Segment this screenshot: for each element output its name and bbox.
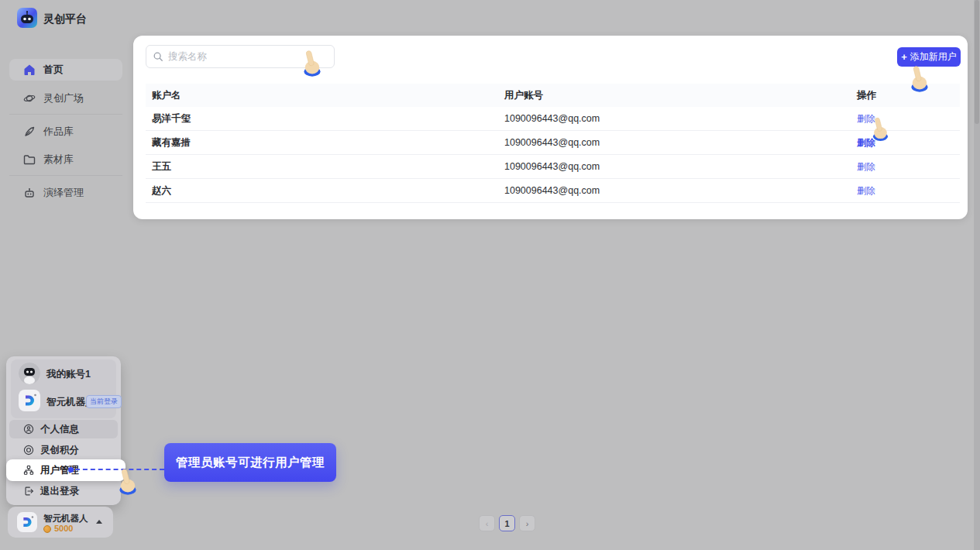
search-box [146, 45, 335, 68]
user-management-card: + 添加新用户 账户名 用户账号 操作 易洋千玺 1090096443@qq.c… [133, 36, 968, 219]
sidebar-item-assets[interactable]: 素材库 [9, 149, 122, 170]
user-account: 1090096443@qq.com [504, 161, 600, 172]
sidebar-divider [9, 175, 122, 176]
org-logo-icon [19, 390, 40, 411]
guide-anchor-dot [68, 467, 74, 473]
footer-org-name: 智元机器人 [43, 513, 88, 524]
scrollbar-thumb[interactable] [975, 0, 979, 124]
account-popup: 我的账号1 智元机器人 当前登录 个人信息 [6, 356, 121, 505]
folder-icon [23, 153, 36, 166]
column-header-account: 用户账号 [504, 89, 543, 102]
sidebar-item-label: 首页 [43, 63, 64, 77]
my-account-label[interactable]: 我的账号1 [46, 368, 91, 381]
add-user-label: 添加新用户 [910, 50, 957, 64]
app-title: 灵创平台 [43, 12, 87, 26]
user-name: 王五 [152, 160, 171, 174]
guide-tooltip: 管理员账号可进行用户管理 [164, 443, 336, 482]
guide-dashed-line [75, 469, 164, 470]
plus-icon: + [901, 52, 907, 62]
pagination: ‹ 1 › [479, 515, 535, 531]
avatar[interactable] [19, 363, 40, 384]
account-switcher[interactable]: 智元机器人 5000 [8, 507, 113, 538]
points-value: 5000 [54, 524, 73, 533]
org-logo-icon [17, 512, 37, 532]
sidebar-item-home[interactable]: 首页 [9, 59, 122, 81]
sidebar-item-plaza[interactable]: 灵创广场 [9, 88, 122, 109]
menu-item-user-management[interactable]: 用户管理 [6, 459, 126, 481]
pagination-prev-button[interactable]: ‹ [479, 515, 495, 531]
sidebar-item-label: 素材库 [43, 153, 74, 167]
delete-link[interactable]: 删除 [857, 160, 875, 174]
user-account: 1090096443@qq.com [504, 113, 600, 124]
pagination-next-button[interactable]: › [519, 515, 535, 531]
menu-item-label: 退出登录 [40, 485, 79, 498]
delete-link[interactable]: 删除 [857, 136, 875, 150]
coin-icon [43, 525, 51, 533]
person-circle-icon [23, 424, 34, 435]
menu-item-profile[interactable]: 个人信息 [9, 420, 118, 438]
current-login-badge: 当前登录 [86, 395, 122, 408]
menu-item-label: 个人信息 [40, 423, 79, 436]
user-account: 1090096443@qq.com [504, 185, 600, 196]
user-name: 藏有嘉措 [152, 136, 191, 150]
pagination-page-1-button[interactable]: 1 [499, 515, 515, 531]
menu-item-label: 灵创积分 [40, 444, 79, 457]
column-header-actions: 操作 [857, 89, 876, 102]
avatar-robot-icon [19, 363, 40, 384]
menu-item-points[interactable]: 灵创积分 [9, 441, 118, 459]
table-row: 藏有嘉措 1090096443@qq.com 删除 [146, 131, 960, 155]
logout-icon [23, 486, 34, 497]
table-row: 赵六 1090096443@qq.com 删除 [146, 179, 960, 203]
delete-link[interactable]: 删除 [857, 112, 875, 125]
sidebar-item-works[interactable]: 作品库 [9, 121, 122, 143]
home-icon [23, 64, 36, 76]
table-row: 易洋千玺 1090096443@qq.com 删除 [146, 107, 960, 131]
vertical-scrollbar[interactable] [974, 0, 980, 550]
search-icon [153, 51, 163, 62]
sidebar-divider [9, 114, 122, 115]
sidebar-item-label: 演绎管理 [43, 186, 84, 200]
table-header-row: 账户名 用户账号 操作 [146, 84, 960, 107]
works-icon [23, 125, 36, 138]
sidebar-item-label: 灵创广场 [43, 91, 84, 105]
sidebar-item-label: 作品库 [43, 125, 74, 139]
user-account: 1090096443@qq.com [504, 137, 600, 148]
points-icon [23, 445, 34, 455]
app-screen: 灵创平台 首页 灵创广场 作品库 素材库 演绎管理 [0, 0, 980, 550]
search-input[interactable] [168, 51, 328, 62]
user-name: 赵六 [152, 184, 171, 198]
caret-up-icon [96, 520, 102, 524]
delete-link[interactable]: 删除 [857, 184, 875, 198]
user-name: 易洋千玺 [152, 112, 191, 125]
add-user-button[interactable]: + 添加新用户 [897, 47, 961, 67]
robot-icon [23, 187, 36, 199]
table-row: 王五 1090096443@qq.com 删除 [146, 155, 960, 179]
app-logo-robot-icon [17, 8, 37, 28]
org-chart-icon [23, 465, 34, 476]
plaza-icon [23, 92, 36, 105]
sidebar-item-performance[interactable]: 演绎管理 [9, 182, 122, 204]
menu-item-logout[interactable]: 退出登录 [9, 482, 118, 500]
column-header-name: 账户名 [152, 89, 181, 102]
